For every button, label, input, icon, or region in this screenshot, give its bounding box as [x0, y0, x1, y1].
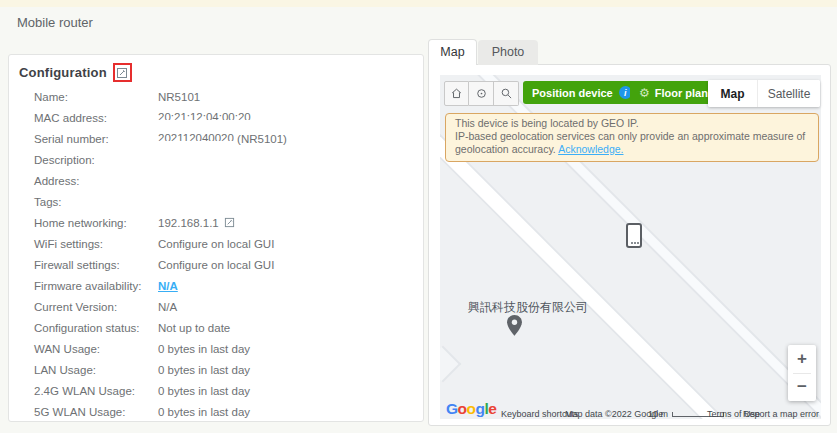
map-toolbar — [444, 81, 519, 106]
tab-photo[interactable]: Photo — [478, 40, 538, 65]
acknowledge-link[interactable]: Acknowledge. — [558, 143, 623, 155]
home-button[interactable] — [444, 81, 469, 106]
config-row: MAC address:20:21:12:04:00:20 — [9, 108, 423, 129]
map-type-control: Map Satellite — [708, 80, 820, 107]
device-marker-dots — [631, 242, 633, 244]
row-label: Home networking: — [34, 213, 127, 234]
firmware-availability-link[interactable]: N/A — [158, 280, 178, 292]
position-device-label: Position device — [532, 87, 613, 99]
row-label: Current Version: — [34, 297, 117, 318]
row-value: Configure on local GUI — [158, 255, 274, 276]
configuration-card: Configuration Name:NR5101MAC address:20:… — [8, 54, 424, 422]
config-row: Tags: — [9, 192, 423, 213]
row-label: Name: — [34, 87, 68, 108]
map-footer: Keyboard shortcuts Map data ©2022 Google… — [440, 409, 821, 419]
config-row: Description: — [9, 150, 423, 171]
config-row: WAN Usage:0 bytes in last day — [9, 339, 423, 360]
tab-map[interactable]: Map — [428, 39, 477, 65]
config-row: 5G WLAN Usage:0 bytes in last day — [9, 402, 423, 423]
row-value: 20:21:12:04:00:20 — [158, 108, 251, 129]
place-pin-icon — [506, 314, 523, 337]
row-label: LAN Usage: — [34, 360, 96, 381]
value-text: 192.168.1.1 — [158, 217, 219, 229]
map-road — [440, 120, 821, 419]
config-row: 2.4G WLAN Usage:0 bytes in last day — [9, 381, 423, 402]
notice-line1: This device is being located by GEO IP. — [455, 117, 639, 129]
floor-plan-label: Floor plan — [655, 87, 708, 99]
config-row: Configuration status:Not up to date — [9, 318, 423, 339]
top-accent-strip — [0, 0, 837, 7]
map-scale-label: 10 m — [648, 409, 668, 419]
config-rows: Name:NR5101MAC address:20:21:12:04:00:20… — [9, 87, 423, 423]
row-label: WiFi settings: — [34, 234, 103, 255]
search-icon — [500, 87, 513, 100]
config-row: WiFi settings:Configure on local GUI — [9, 234, 423, 255]
page-title: Mobile router — [17, 15, 93, 30]
configuration-heading: Configuration — [19, 65, 107, 80]
row-value: 202112040020 (NR5101) — [158, 129, 287, 150]
value-suffix: (NR5101) — [234, 133, 287, 145]
geoip-notice: This device is being located by GEO IP. … — [445, 113, 819, 162]
row-value: NR5101 — [158, 87, 200, 108]
locate-button[interactable] — [469, 81, 494, 106]
device-marker-icon[interactable] — [626, 223, 642, 248]
row-value: N/A — [158, 297, 177, 318]
config-row: Firmware availability:N/A — [9, 276, 423, 297]
map-type-map-button[interactable]: Map — [708, 80, 758, 107]
zoom-in-button[interactable]: + — [788, 345, 816, 373]
row-value: 0 bytes in last day — [158, 360, 250, 381]
configuration-header: Configuration — [19, 63, 132, 82]
report-map-error-link[interactable]: Report a map error — [743, 409, 819, 419]
position-device-button[interactable]: Position device i — [523, 81, 641, 104]
zoom-out-button[interactable]: − — [788, 374, 816, 402]
locate-target-icon — [475, 87, 488, 100]
config-row: Firewall settings:Configure on local GUI — [9, 255, 423, 276]
row-value: Configure on local GUI — [158, 234, 274, 255]
row-value: 0 bytes in last day — [158, 381, 250, 402]
search-button[interactable] — [494, 81, 519, 106]
row-value: 0 bytes in last day — [158, 402, 250, 423]
floor-plan-button[interactable]: ⚙ Floor plan — [630, 81, 717, 104]
clipped-value: 20:21:12:04:00:20 — [158, 110, 251, 120]
row-label: 5G WLAN Usage: — [34, 402, 125, 423]
edit-configuration-icon-highlight[interactable] — [113, 63, 132, 82]
row-label: Tags: — [34, 192, 62, 213]
config-row: LAN Usage:0 bytes in last day — [9, 360, 423, 381]
gear-icon: ⚙ — [639, 86, 650, 100]
home-icon — [450, 87, 463, 100]
map-place-label: 興訊科技股份有限公司 — [468, 299, 588, 316]
config-row: Serial number:202112040020 (NR5101) — [9, 129, 423, 150]
notice-line2: IP-based geolocation services can only p… — [455, 130, 805, 155]
map-type-satellite-button[interactable]: Satellite — [758, 80, 820, 107]
row-value: 192.168.1.1 — [158, 213, 235, 234]
row-value: 0 bytes in last day — [158, 339, 250, 360]
row-label: Serial number: — [34, 129, 109, 150]
map-road — [440, 346, 461, 383]
row-label: MAC address: — [34, 108, 107, 129]
row-label: Firmware availability: — [34, 276, 141, 297]
row-label: Configuration status: — [34, 318, 139, 339]
config-row: Home networking:192.168.1.1 — [9, 213, 423, 234]
clipped-value: 202112040020 — [158, 131, 234, 141]
row-label: Firewall settings: — [34, 255, 120, 276]
config-row: Name:NR5101 — [9, 87, 423, 108]
config-row: Current Version:N/A — [9, 297, 423, 318]
config-row: Address: — [9, 171, 423, 192]
edit-icon[interactable] — [116, 67, 128, 79]
row-label: Address: — [34, 171, 79, 192]
row-label: Description: — [34, 150, 95, 171]
row-value: Not up to date — [158, 318, 230, 339]
map-zoom-control: + − — [788, 345, 816, 401]
row-value: N/A — [158, 276, 178, 297]
edit-icon[interactable] — [224, 217, 235, 228]
row-label: 2.4G WLAN Usage: — [34, 381, 135, 402]
row-label: WAN Usage: — [34, 339, 100, 360]
